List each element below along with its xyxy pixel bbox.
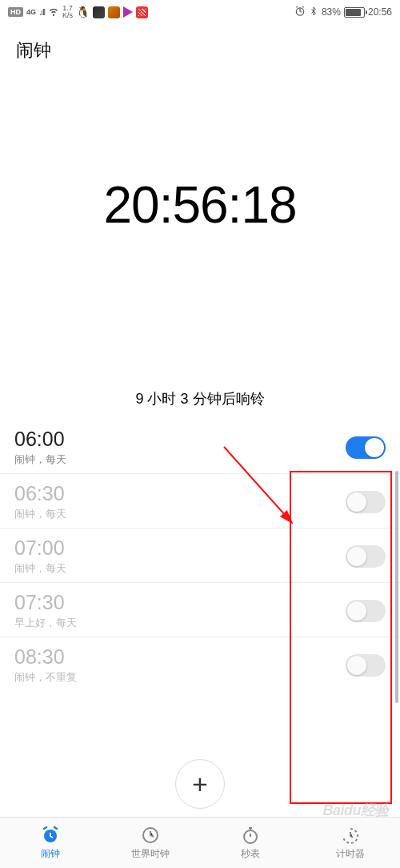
alarm-list: 06:00 闹钟，每天 06:30 闹钟，每天 07:00 闹钟，每天 07:3… xyxy=(0,420,400,691)
alarm-sub: 闹钟，每天 xyxy=(14,561,346,576)
speed-indicator: 1.7K/s xyxy=(62,5,73,19)
alarm-time: 06:30 xyxy=(14,482,346,505)
current-time: 20:56:18 xyxy=(103,175,296,235)
alarm-clock-icon xyxy=(41,826,60,845)
alarm-row[interactable]: 07:30 早上好，每天 xyxy=(0,583,400,637)
battery-pct: 83% xyxy=(322,6,341,18)
app-icon-orange xyxy=(108,6,120,18)
alarm-icon xyxy=(294,6,306,19)
alarm-sub: 早上好，每天 xyxy=(14,616,346,630)
scrollbar[interactable] xyxy=(395,471,398,703)
page-title: 闹钟 xyxy=(0,24,400,69)
tab-label: 计时器 xyxy=(336,847,365,861)
alarm-sub: 闹钟，每天 xyxy=(14,507,346,521)
add-alarm-button[interactable]: + xyxy=(175,759,225,809)
penguin-icon: 🐧 xyxy=(76,6,90,18)
alarm-row[interactable]: 07:00 闹钟，每天 xyxy=(0,528,400,583)
alarm-toggle[interactable] xyxy=(346,600,386,622)
alarm-toggle[interactable] xyxy=(346,654,386,677)
signal-icon: .ıll xyxy=(39,7,45,17)
wechat-icon xyxy=(93,6,105,18)
watermark: Baidu经验 xyxy=(322,801,389,820)
stopwatch-icon xyxy=(241,826,260,845)
clock-icon xyxy=(141,826,160,845)
tab-label: 世界时钟 xyxy=(131,847,170,861)
alarm-row[interactable]: 06:00 闹钟，每天 xyxy=(0,420,400,474)
play-icon xyxy=(123,6,133,18)
alarm-sub: 闹钟，每天 xyxy=(14,452,346,467)
plus-icon: + xyxy=(192,769,208,800)
tab-bar: 闹钟 世界时钟 秒表 计时器 xyxy=(0,817,400,868)
alarm-toggle[interactable] xyxy=(346,545,386,568)
alarm-time: 06:00 xyxy=(14,428,346,451)
wifi-icon xyxy=(48,6,59,19)
hd-badge: HD xyxy=(8,7,23,17)
alarm-row[interactable]: 06:30 闹钟，每天 xyxy=(0,474,400,528)
tab-stopwatch[interactable]: 秒表 xyxy=(200,818,300,868)
tab-label: 闹钟 xyxy=(41,847,60,861)
alarm-toggle[interactable] xyxy=(346,491,386,513)
alarm-toggle[interactable] xyxy=(346,436,386,459)
tab-timer[interactable]: 计时器 xyxy=(300,818,400,868)
status-bar: HD 4G .ıll 1.7K/s 🐧 83% 20:56 xyxy=(0,0,400,24)
clock-area: 20:56:18 xyxy=(0,69,400,341)
tab-worldclock[interactable]: 世界时钟 xyxy=(100,818,200,868)
tab-alarm[interactable]: 闹钟 xyxy=(0,818,100,868)
timer-icon xyxy=(341,826,360,845)
bluetooth-icon xyxy=(309,6,318,18)
tab-label: 秒表 xyxy=(241,847,260,861)
battery-icon xyxy=(344,7,365,18)
alarm-time: 07:30 xyxy=(14,591,346,614)
next-ring-label: 9 小时 3 分钟后响铃 xyxy=(0,341,400,420)
app-icon-red xyxy=(136,6,148,18)
alarm-sub: 闹钟，不重复 xyxy=(14,670,346,685)
alarm-time: 07:00 xyxy=(14,536,346,560)
status-time: 20:56 xyxy=(368,6,392,18)
alarm-time: 08:30 xyxy=(14,645,346,669)
alarm-row[interactable]: 08:30 闹钟，不重复 xyxy=(0,637,400,691)
network-badge: 4G xyxy=(26,8,36,16)
